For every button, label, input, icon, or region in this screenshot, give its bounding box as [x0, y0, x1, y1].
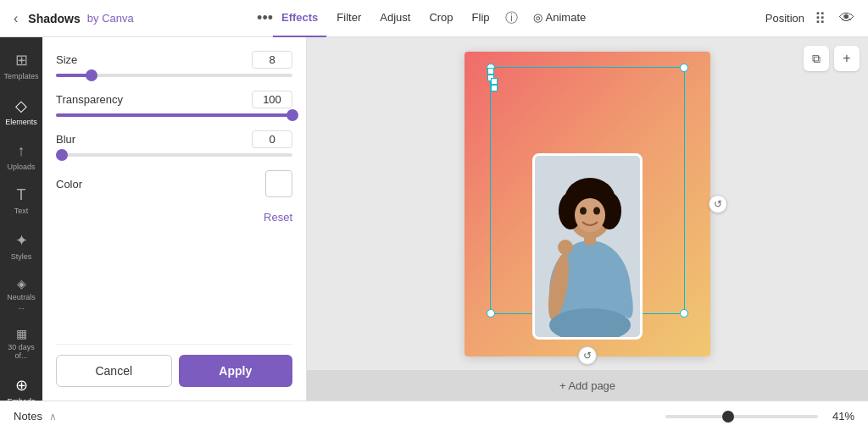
- blur-slider-thumb[interactable]: [56, 149, 68, 161]
- sidebar-item-30days[interactable]: ▦ 30 days of...: [2, 320, 41, 368]
- blur-input[interactable]: [252, 130, 292, 148]
- reset-button[interactable]: Reset: [56, 211, 292, 224]
- blur-label: Blur: [56, 133, 75, 146]
- color-property: Color: [56, 170, 292, 197]
- cancel-button[interactable]: Cancel: [56, 355, 172, 387]
- sidebar-item-uploads[interactable]: ↑ Uploads: [2, 135, 41, 179]
- sidebar-item-label: Text: [14, 207, 29, 216]
- zoom-slider-thumb[interactable]: [722, 411, 734, 423]
- sidebar-item-label: 30 days of...: [5, 343, 37, 362]
- tab-effects[interactable]: Effects: [273, 0, 326, 37]
- selection-handle-bm[interactable]: [487, 75, 494, 81]
- elements-icon: ◇: [15, 97, 27, 115]
- selection-handle-rm[interactable]: [491, 85, 498, 91]
- sidebar-item-styles[interactable]: ✦ Styles: [2, 224, 41, 268]
- transparency-input[interactable]: [252, 91, 292, 108]
- rotate-bottom-icon: ↺: [583, 350, 592, 362]
- sidebar-item-label: Uploads: [7, 163, 35, 172]
- embeds-icon: ⊕: [15, 376, 28, 395]
- selection-handle-br[interactable]: [680, 309, 688, 318]
- styles-icon: ✦: [15, 231, 28, 250]
- transparency-slider-thumb[interactable]: [287, 109, 298, 121]
- sidebar-item-text[interactable]: T Text: [2, 180, 41, 223]
- selection-handle-lm[interactable]: [491, 78, 498, 85]
- tab-animate[interactable]: ◎ Animate: [525, 0, 595, 37]
- sidebar-item-embeds[interactable]: ⊕ Embeds: [2, 369, 41, 401]
- sidebar: ⊞ Templates ◇ Elements ↑ Uploads T Text …: [0, 37, 42, 401]
- apply-button[interactable]: Apply: [179, 355, 293, 387]
- svg-point-8: [593, 207, 600, 214]
- panel-by[interactable]: by Canva: [87, 12, 134, 25]
- sidebar-item-label: Templates: [3, 72, 38, 81]
- color-picker[interactable]: [265, 170, 292, 197]
- svg-point-6: [575, 198, 605, 232]
- 30days-icon: ▦: [16, 327, 27, 340]
- size-property: Size: [56, 51, 292, 77]
- top-bar: ‹ Shadows by Canva ••• Effects Filter Ad…: [0, 0, 868, 37]
- sidebar-item-label: Neutrals ...: [5, 293, 37, 312]
- notes-chevron[interactable]: ∧: [49, 411, 57, 423]
- selection-handle-tl[interactable]: [487, 64, 495, 72]
- canvas-inner: ⧉ + ↺: [307, 37, 868, 370]
- person-svg: [535, 156, 643, 340]
- transparency-slider-fill: [56, 113, 292, 117]
- selection-handle-tm[interactable]: [487, 68, 494, 75]
- canvas-toolbar: ⧉ +: [804, 46, 860, 71]
- expand-icon: +: [843, 51, 850, 66]
- add-page-bar[interactable]: + Add page: [307, 370, 868, 401]
- tab-adjust[interactable]: Adjust: [371, 0, 419, 37]
- templates-icon: ⊞: [15, 51, 28, 69]
- sidebar-item-templates[interactable]: ⊞ Templates: [2, 44, 41, 88]
- animate-icon: ◎: [533, 11, 542, 24]
- text-icon: T: [17, 186, 26, 204]
- svg-point-7: [580, 207, 587, 214]
- panel-header: ‹ Shadows by Canva •••: [10, 8, 273, 30]
- tab-flip[interactable]: Flip: [464, 0, 498, 37]
- selection-handle-tr[interactable]: [680, 64, 688, 72]
- canvas-area: ⧉ + ↺: [307, 37, 868, 401]
- blur-property: Blur: [56, 130, 292, 157]
- shadows-panel: Size Transparency Blur: [42, 37, 307, 401]
- copy-icon: ⧉: [812, 52, 821, 66]
- panel-title: Shadows: [28, 12, 80, 25]
- top-bar-right: Position ⠿ 👁: [765, 8, 858, 30]
- color-label: Color: [56, 178, 82, 191]
- uploads-icon: ↑: [18, 142, 25, 160]
- selection-handle-bl[interactable]: [487, 309, 495, 318]
- transparency-property: Transparency: [56, 91, 292, 117]
- blur-slider[interactable]: [56, 153, 292, 157]
- add-page-button[interactable]: + Add page: [559, 379, 615, 392]
- neutrals-icon: ◈: [17, 277, 26, 290]
- sidebar-item-elements[interactable]: ◇ Elements: [2, 90, 41, 134]
- size-slider[interactable]: [56, 74, 292, 77]
- tab-filter[interactable]: Filter: [328, 0, 370, 37]
- panel-actions: Cancel Apply: [56, 344, 292, 387]
- tab-crop[interactable]: Crop: [420, 0, 461, 37]
- size-slider-thumb[interactable]: [86, 69, 97, 81]
- page-canvas: ↺: [465, 52, 710, 356]
- transparency-slider[interactable]: [56, 113, 292, 117]
- info-icon-button[interactable]: ⓘ: [500, 0, 523, 37]
- eye-icon-button[interactable]: 👁: [836, 8, 858, 29]
- rotate-icon: ↺: [714, 198, 722, 210]
- position-button[interactable]: Position: [765, 12, 804, 25]
- grid-icon-button[interactable]: ⠿: [811, 8, 829, 30]
- back-button[interactable]: ‹: [10, 8, 21, 30]
- notes-label: Notes: [14, 410, 42, 423]
- more-options-button[interactable]: •••: [257, 9, 273, 27]
- person-image: [532, 153, 643, 340]
- expand-canvas-button[interactable]: +: [834, 46, 860, 71]
- copy-canvas-button[interactable]: ⧉: [804, 46, 829, 71]
- rotate-handle-side[interactable]: ↺: [709, 195, 727, 213]
- person-element[interactable]: ↺: [532, 153, 643, 340]
- sidebar-item-label: Styles: [11, 252, 32, 262]
- size-label: Size: [56, 53, 77, 66]
- main-content: ⊞ Templates ◇ Elements ↑ Uploads T Text …: [0, 37, 868, 401]
- nav-tabs: Effects Filter Adjust Crop Flip ⓘ ◎ Anim…: [273, 0, 765, 37]
- size-input[interactable]: [252, 51, 292, 69]
- svg-point-11: [558, 240, 573, 255]
- rotate-handle-bottom[interactable]: ↺: [578, 346, 597, 365]
- bottom-bar: Notes ∧ 41%: [0, 401, 868, 431]
- sidebar-item-neutrals[interactable]: ◈ Neutrals ...: [2, 270, 41, 318]
- zoom-slider[interactable]: [665, 415, 818, 418]
